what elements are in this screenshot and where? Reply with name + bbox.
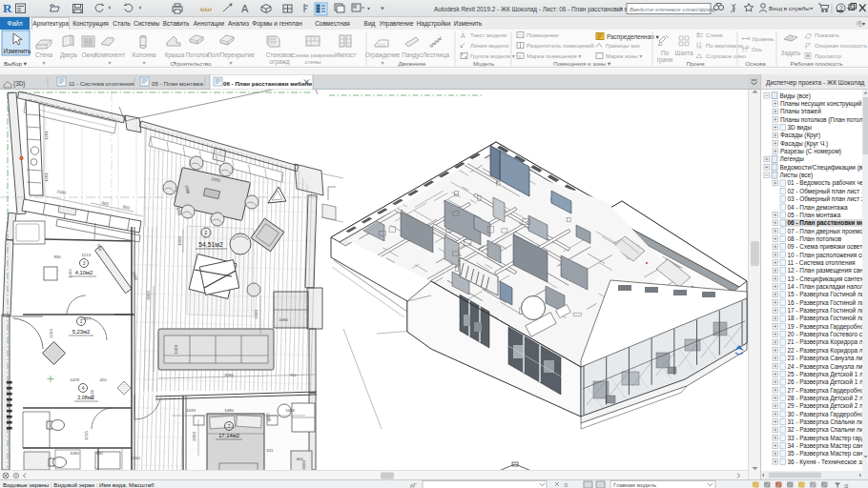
svg-text:Основа: Основа [745,60,766,67]
svg-text:1429: 1429 [70,377,79,382]
svg-text:17 - Развертка Гостиной лист 3: 17 - Развертка Гостиной лист 3 [788,307,868,315]
svg-text:▾: ▾ [229,60,232,66]
svg-text:Компонент: Компонент [94,51,125,58]
svg-text:5,23м2: 5,23м2 [72,329,91,335]
svg-text:A: A [241,3,249,14]
svg-text:3000: 3000 [146,291,151,300]
svg-text:25 - Развертка Детской 1 лист: 25 - Развертка Детской 1 лист 1 [788,371,868,378]
svg-text:2000: 2000 [192,432,196,441]
svg-text:{3D}: {3D} [13,80,26,88]
svg-text:26 - Развертка Детской 1 лист: 26 - Развертка Детской 1 лист 2 [788,378,868,386]
svg-text:Линия модели: Линия модели [470,42,508,49]
svg-text:1402: 1402 [68,269,72,278]
svg-text:09 - Схема привязки осветите: 09 - Схема привязки осветите [788,243,868,251]
svg-text:Легенды: Легенды [780,155,805,163]
svg-text:Шахта: Шахта [675,50,693,56]
svg-text:27 - Развертка Гардеробной 1: 27 - Развертка Гардеробной 1 [788,387,868,395]
svg-text:1745: 1745 [84,431,89,440]
svg-text:Листы (все): Листы (все) [780,172,814,179]
svg-text:Слуховое окно: Слуховое окно [706,52,746,59]
svg-text:Видовые экраны : Видовой экран: Видовые экраны : Видовой экран : Имя вид… [3,481,155,488]
svg-text:Изменить: Изменить [4,48,31,54]
svg-text:03 - Обмерный план лист 2: 03 - Обмерный план лист 2 [788,195,865,203]
svg-text:23 - Развертка Санузла лист 1: 23 - Развертка Санузла лист 1 [788,355,868,362]
svg-text:Группа модели ▾: Группа модели ▾ [470,52,516,59]
svg-text:12 - План размещения сантехн: 12 - План размещения сантехн [788,267,868,274]
svg-text:34 - Развертка Мастер санузла: 34 - Развертка Мастер санузла [788,442,868,450]
svg-text:3: 3 [83,261,86,266]
svg-text:4: 4 [82,386,85,391]
svg-text:611: 611 [267,448,274,453]
svg-text:17,14м2: 17,14м2 [218,433,239,438]
svg-text:13 - Спецификация сантехнич: 13 - Спецификация сантехнич [788,275,868,283]
svg-text:31 - Развертка Спальни лист 1: 31 - Развертка Спальни лист 1 [788,418,868,426]
svg-text:3D виды: 3D виды [788,124,813,132]
svg-text:Колонна: Колонна [132,51,156,58]
svg-text:10 - План расположения силов: 10 - План расположения силов [788,252,868,259]
svg-text:2263: 2263 [49,329,53,338]
svg-text:дГ: дГ [410,482,418,488]
svg-text:1000: 1000 [177,236,182,246]
svg-text::0: :0 [843,483,849,488]
svg-text:1309: 1309 [174,345,178,355]
svg-text:Разрезы (С номером): Разрезы (С номером) [780,148,841,155]
svg-text:1213: 1213 [81,253,91,257]
svg-text:Разделитель помещений: Разделитель помещений [527,42,594,49]
svg-text:Лестница: Лестница [423,51,450,59]
svg-text:Потолок: Потолок [186,51,210,58]
svg-text:11 - Система отопления: 11 - Система отопления [788,259,856,266]
svg-text:1680: 1680 [279,317,288,322]
svg-text:Строительство: Строительство [170,60,212,67]
svg-text:Стена: Стена [35,51,53,58]
svg-text:Опорная плоскость: Опорная плоскость [815,42,867,49]
svg-text:Рабочая плоскость: Рабочая плоскость [791,60,843,67]
svg-text:огражд: огражд [270,58,290,66]
svg-text:1433: 1433 [285,408,295,413]
svg-text:2600: 2600 [254,310,258,319]
svg-text:22 - Развертка Коридора лист 2: 22 - Развертка Коридора лист 2 [788,347,868,355]
svg-text:По: По [661,50,670,56]
svg-text:Главная модель: Главная модель [613,482,656,488]
svg-text:Показать: Показать [815,31,839,38]
svg-text:02 - Обмерный план лист 1: 02 - Обмерный план лист 1 [788,188,865,195]
svg-text:стены: стены [304,58,321,65]
svg-text:420: 420 [99,377,107,382]
svg-text:33 - Развертка Мастер гардеро: 33 - Развертка Мастер гардеро [788,435,868,442]
svg-text:4,10м2: 4,10м2 [75,270,93,275]
svg-text:06 - План расстановки мебел: 06 - План расстановки мебел [788,219,868,227]
svg-text:Ось: Ось [752,46,762,52]
svg-text:Крыша: Крыша [165,51,185,59]
svg-text:1281: 1281 [44,173,49,182]
svg-text:Диспетчер проекта - ЖК Шоколад: Диспетчер проекта - ЖК Шоколад [766,79,865,87]
svg-text:Уровень: Уровень [752,35,774,42]
svg-text:Стеновое: Стеновое [266,51,294,58]
svg-text:Вход в службы: Вход в службы [769,5,810,11]
svg-text:19 - Развертка Гардеробной: 19 - Развертка Гардеробной [788,323,868,331]
svg-text:Просмотр: Просмотр [815,52,841,59]
svg-text:▾: ▾ [42,60,45,66]
svg-text:20 - Развертка Гостевого сануз: 20 - Развертка Гостевого сануз [788,331,868,338]
svg-text:1129: 1129 [90,390,94,399]
svg-text:01 - Ведомость рабочих черте: 01 - Ведомость рабочих черте [788,179,868,187]
svg-text:24 - Развертка Санузла лист 2: 24 - Развертка Санузла лист 2 [788,363,868,371]
svg-text:2: 2 [205,230,208,235]
svg-text:07 - План дверных проемов: 07 - План дверных проемов [788,228,867,235]
svg-text:08 - План потолков: 08 - План потолков [788,235,842,242]
svg-text:1080: 1080 [70,451,79,456]
svg-text:29 - Развертка Детской 2 лист: 29 - Развертка Детской 2 лист 2 [788,402,868,410]
svg-text:2317: 2317 [81,316,91,321]
svg-text:Стена: Стена [706,31,723,38]
svg-text:54,51м2: 54,51м2 [198,241,223,248]
svg-text:05 - План монтажа: 05 - План монтажа [788,212,841,218]
svg-text:16 - Развертка Гостиной лист 2: 16 - Развертка Гостиной лист 2 [788,299,868,307]
svg-text:Виды (все): Виды (все) [780,92,811,100]
svg-text:Планы потолков (План потолоч: Планы потолков (План потолоч [780,116,868,124]
svg-text:Марка зоны ▾: Марка зоны ▾ [606,52,643,59]
svg-text:7: 7 [228,424,231,429]
svg-text:28 - Развертка Детской 2 лист: 28 - Развертка Детской 2 лист 1 [788,395,868,402]
svg-text:Импост: Импост [335,51,356,58]
svg-text:36 - Кухня - Техническое задан: 36 - Кухня - Техническое задан [788,458,868,466]
svg-text:Марка помещения ▾: Марка помещения ▾ [527,52,582,59]
svg-text:930: 930 [53,254,61,259]
svg-text:Планы несущих конструкций: Планы несущих конструкций [780,100,862,108]
